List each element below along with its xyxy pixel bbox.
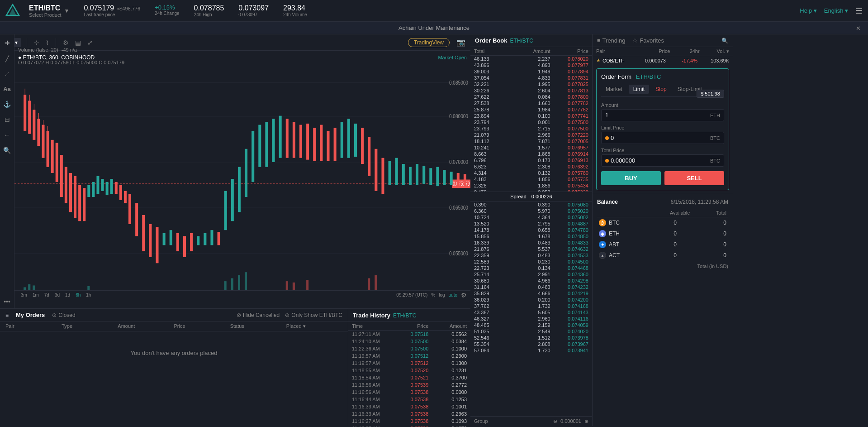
- crosshair-tool[interactable]: ✛: [3, 38, 11, 48]
- ob-buy-row[interactable]: 6.360 5.970 0.075020: [470, 208, 592, 214]
- ob-buy-row[interactable]: 15.856 1.678 0.074850: [470, 233, 592, 240]
- balance-title: Balance: [597, 199, 618, 205]
- currency-icon: ₿: [599, 219, 606, 226]
- ob-buy-row[interactable]: 25.714 2.991 0.074360: [470, 271, 592, 278]
- ob-sell-row[interactable]: 10.241 1.577 0.076957: [470, 144, 592, 151]
- ob-sell-row[interactable]: 27.538 1.660 0.077782: [470, 100, 592, 106]
- closed-orders-tab[interactable]: ⊙ Closed: [52, 312, 75, 318]
- ob-buy-row[interactable]: 22.723 0.134 0.074468: [470, 265, 592, 271]
- ob-buy-row[interactable]: 14.178 0.658 0.074780: [470, 227, 592, 233]
- percent-toggle[interactable]: %: [431, 293, 435, 297]
- total-price-input[interactable]: [611, 157, 710, 164]
- ob-buy-row[interactable]: 0.390 0.390 0.075080: [470, 202, 592, 208]
- ob-buy-row[interactable]: 46.327 2.960 0.074116: [470, 316, 592, 322]
- ob-sell-row[interactable]: 21.079 2.966 0.077220: [470, 132, 592, 138]
- bar-chart-icon[interactable]: ▤: [74, 38, 82, 48]
- amount-input[interactable]: [605, 112, 710, 119]
- settings-gear-icon[interactable]: ⚙: [62, 38, 70, 48]
- ob-buy-row[interactable]: 31.164 0.483 0.074232: [470, 284, 592, 290]
- ob-buy-row[interactable]: 48.485 2.159 0.074059: [470, 322, 592, 328]
- auto-toggle[interactable]: auto: [449, 293, 457, 297]
- draw-line-tool[interactable]: ╱: [4, 53, 10, 63]
- ob-sell-row[interactable]: 18.112 7.871 0.077005: [470, 138, 592, 144]
- buy-button[interactable]: BUY: [601, 171, 661, 185]
- anchor-tool[interactable]: ⚓: [2, 99, 12, 109]
- timerange-6h[interactable]: 6h: [73, 292, 83, 298]
- ob-sell-row[interactable]: 32.221 1.995 0.077825: [470, 81, 592, 87]
- ob-buy-row[interactable]: 22.359 0.483 0.074533: [470, 252, 592, 259]
- fullscreen-icon[interactable]: ⤢: [86, 38, 94, 48]
- ob-buy-row[interactable]: 52.546 1.512 0.073978: [470, 335, 592, 341]
- favorites-tab[interactable]: ☆ Favorites: [632, 37, 664, 44]
- timerange-3d[interactable]: 3d: [52, 292, 62, 298]
- ob-sell-row[interactable]: 25.878 1.984 0.077762: [470, 106, 592, 113]
- ob-buy-row[interactable]: 37.762 1.732 0.074168: [470, 303, 592, 309]
- market-order-tab[interactable]: Market: [601, 85, 627, 94]
- starred-icon[interactable]: ★: [596, 58, 601, 63]
- draw-tool-2[interactable]: ⟋: [3, 69, 12, 79]
- chart-canvas[interactable]: 0.085000 0.080000 0.070000 0.065000 0.05…: [14, 71, 470, 299]
- limit-order-tab[interactable]: Limit: [629, 85, 649, 94]
- ob-buy-row[interactable]: 35.829 4.666 0.074219: [470, 290, 592, 297]
- hide-cancelled-filter[interactable]: ⊘ Hide Cancelled: [237, 312, 280, 318]
- ob-sell-row[interactable]: 27.622 0.084 0.077800: [470, 94, 592, 100]
- ob-sell-row[interactable]: 6.623 2.308 0.076392: [470, 163, 592, 170]
- ob-sell-row[interactable]: 4.183 1.856 0.075735: [470, 176, 592, 182]
- ob-buy-row[interactable]: 30.680 4.966 0.074298: [470, 278, 592, 284]
- trade-history-row: 11:27:11 AM 0.07518 0.0562: [348, 331, 470, 338]
- chart-settings-icon[interactable]: ⚙: [461, 292, 467, 299]
- timerange-1m[interactable]: 1m: [30, 292, 42, 298]
- product-selector[interactable]: ETH/BTC Select Product ▼: [29, 4, 69, 18]
- text-tool[interactable]: Aa: [2, 84, 12, 94]
- ob-buy-row[interactable]: 16.339 0.483 0.074833: [470, 240, 592, 246]
- ob-buy-row[interactable]: 51.035 2.549 0.074020: [470, 328, 592, 335]
- minus-icon[interactable]: ⊖: [553, 418, 557, 424]
- more-tools-icon[interactable]: •••: [2, 297, 12, 307]
- stop-order-tab[interactable]: Stop: [651, 85, 671, 94]
- hamburger-menu-icon[interactable]: ☰: [855, 6, 863, 16]
- ob-buy-row[interactable]: 36.029 0.200 0.074200: [470, 297, 592, 303]
- search-chart-icon[interactable]: 🔍: [2, 145, 12, 155]
- search-pairs-icon[interactable]: 🔍: [721, 38, 728, 44]
- ob-sell-row[interactable]: 30.226 2.604 0.077813: [470, 87, 592, 94]
- ob-buy-row[interactable]: 55.354 2.808 0.073967: [470, 341, 592, 347]
- sell-button[interactable]: SELL: [664, 171, 724, 185]
- app-logo[interactable]: [5, 4, 20, 18]
- favorites-row[interactable]: ★ COB/ETH 0.000073 -17.4% 103.69K: [593, 56, 733, 65]
- ob-buy-row[interactable]: 13.520 2.795 0.074887: [470, 221, 592, 227]
- ob-sell-row[interactable]: 43.896 4.893 0.077977: [470, 62, 592, 68]
- only-show-filter[interactable]: ⊘ Only Show ETH/BTC: [285, 312, 342, 318]
- arrow-tool[interactable]: ←: [3, 130, 12, 140]
- timerange-7d[interactable]: 7d: [42, 292, 52, 298]
- ob-sell-row[interactable]: 46.133 2.237 0.078020: [470, 56, 592, 62]
- timerange-1d[interactable]: 1d: [62, 292, 73, 298]
- measure-tool[interactable]: ⊟: [3, 115, 11, 125]
- timerange-1h[interactable]: 1h: [83, 292, 94, 298]
- cursor-tool-icon[interactable]: ⊹: [33, 38, 41, 48]
- ob-buy-row[interactable]: 22.589 0.230 0.074500: [470, 259, 592, 265]
- limit-price-input[interactable]: [611, 134, 710, 141]
- screenshot-camera-icon[interactable]: 📷: [455, 37, 467, 48]
- ob-sell-row[interactable]: 23.794 0.001 0.077500: [470, 119, 592, 125]
- timerange-3m[interactable]: 3m: [18, 292, 30, 298]
- ob-sell-row[interactable]: 39.003 1.949 0.077894: [470, 68, 592, 75]
- maintenance-close-icon[interactable]: ✕: [856, 24, 861, 31]
- ob-sell-row[interactable]: 2.326 1.856 0.075434: [470, 182, 592, 189]
- ob-buy-row[interactable]: 43.367 5.605 0.074143: [470, 309, 592, 316]
- log-toggle[interactable]: log: [439, 293, 445, 297]
- language-selector[interactable]: English ▾: [824, 7, 848, 14]
- ob-buy-row[interactable]: 57.084 1.730 0.073941: [470, 347, 592, 354]
- ob-sell-row[interactable]: 23.793 2.715 0.077500: [470, 125, 592, 132]
- ob-buy-row[interactable]: 21.876 5.537 0.074632: [470, 246, 592, 252]
- ob-buy-row[interactable]: 10.724 4.364 0.075002: [470, 214, 592, 221]
- ob-sell-row[interactable]: 37.054 4.833 0.077831: [470, 75, 592, 81]
- ob-sell-row[interactable]: 23.894 0.100 0.077741: [470, 113, 592, 119]
- ob-sell-row[interactable]: 4.314 0.132 0.075780: [470, 170, 592, 176]
- trending-tab[interactable]: ≡ Trending: [597, 37, 625, 44]
- indicators-icon[interactable]: ⌇: [44, 38, 50, 48]
- plus-icon[interactable]: ⊕: [584, 418, 588, 424]
- ob-sell-row[interactable]: 6.796 0.173 0.076913: [470, 157, 592, 163]
- tradingview-button[interactable]: TradingView: [408, 38, 450, 47]
- help-link[interactable]: Help ▾: [800, 7, 816, 14]
- ob-sell-row[interactable]: 8.663 1.868 0.076914: [470, 151, 592, 157]
